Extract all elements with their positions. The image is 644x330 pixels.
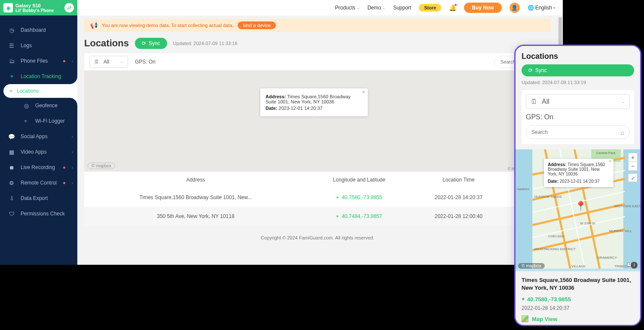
nav-video[interactable]: ▦Video Apps› [0, 144, 77, 160]
chevron-right-icon: › [72, 150, 73, 154]
buy-now-button[interactable]: Buy Now [464, 3, 501, 13]
wifi-icon: ᯤ [22, 118, 30, 124]
search-icon: ⌕ [620, 129, 624, 136]
mapview-label: Map View [532, 316, 557, 322]
pin-icon: ⌖ [336, 194, 339, 200]
map-label: CHELSEA [548, 234, 564, 238]
mobile-date-dropdown[interactable]: 🗓 All ⌄ [526, 94, 630, 109]
record-icon: ⏺ [8, 164, 15, 171]
map-label: W 37th St [580, 221, 595, 225]
chevron-down-icon: ⌄ [622, 100, 625, 104]
link-label: Products [335, 5, 355, 11]
map-label: MEATPACKING DISTRICT [534, 247, 576, 251]
store-button[interactable]: Store [419, 4, 441, 12]
notifications-icon[interactable]: 🔔 [449, 4, 456, 11]
nav-label: Dashboard [21, 27, 46, 33]
page-title: Locations [84, 38, 129, 49]
geofence-icon: ◎ [22, 103, 30, 109]
user-avatar[interactable]: 👤 [510, 3, 520, 13]
nav-locations[interactable]: ⌖Locations [3, 84, 77, 98]
mapview-icon [522, 315, 528, 322]
nav-permissions[interactable]: 🛡Permissions Check [0, 206, 77, 221]
sync-button[interactable]: ⟳Sync [135, 38, 167, 49]
nav-wifi[interactable]: ᯤWi-Fi Logger [15, 113, 77, 129]
list-icon: ☰ [8, 42, 15, 49]
pin-icon: ⌖ [522, 296, 525, 303]
fullscreen-button[interactable]: ⤢ [628, 173, 638, 182]
nav-support[interactable]: Support [393, 5, 411, 11]
chevron-right-icon: › [72, 181, 73, 185]
nav-location-tracking[interactable]: ⌖Location Tracking⌄ [0, 69, 77, 84]
chevron-down-icon: ⌄ [357, 6, 360, 10]
updated-text: Updated: 2024-07-09 11:33:19 [173, 41, 238, 46]
android-icon: ◉ [3, 3, 13, 12]
target-icon: ⌖ [8, 73, 15, 80]
table-row[interactable]: Times Square,1560 Broadway Suite 1001, N… [84, 188, 551, 207]
filter-value: All [104, 59, 109, 65]
mobile-map-popup: × Address: Times Square,1560 Broadway Su… [544, 159, 613, 187]
card-time: 2022-01-28 14:20:37 [522, 305, 634, 311]
nav-logs[interactable]: ☰Logs [0, 38, 77, 53]
close-icon[interactable]: × [362, 89, 365, 95]
mobile-sync-button[interactable]: ⟳Sync [522, 64, 634, 76]
lang-label: English [535, 5, 552, 11]
map-label: MIDTOWN EAST [614, 204, 640, 208]
nav-dashboard[interactable]: ◷Dashboard [0, 22, 77, 38]
nav-products[interactable]: Products⌄ [335, 5, 360, 11]
mapbox-logo: © mapbox [518, 263, 545, 269]
nav-label: Permissions Check [21, 211, 65, 217]
card-mapview-link[interactable]: Map View [522, 315, 634, 322]
desktop-window: ◉ Galaxy S10 Lil' Bobby's Phone ⇄ ◷Dashb… [0, 0, 563, 265]
col-time: Location Time [411, 172, 506, 188]
map-label: HUDSON YARDS [534, 195, 562, 199]
cell-time: 2022-01-28 12:00:40 [411, 207, 506, 226]
mobile-search-input[interactable] [531, 129, 620, 135]
mobile-inner: Locations ⟳Sync Updated: 2024-07-09 11:3… [516, 46, 640, 322]
date-filter-dropdown[interactable]: 🗓 All ⌄ [89, 56, 128, 68]
language-selector[interactable]: 🌐 English ▾ [528, 5, 555, 11]
filter-value: All [542, 98, 549, 106]
mobile-map[interactable]: Central Park HUDSON YARDS MIDTOWN EAST W… [516, 149, 640, 271]
filter-bar: 🗓 All ⌄ GPS: On [84, 53, 551, 70]
zoom-in-button[interactable]: + [629, 153, 637, 162]
bind-device-button[interactable]: bind a device [238, 21, 276, 29]
demo-banner: 📢 You are now viewing demo data. To star… [84, 19, 551, 32]
nav-label: Locations [17, 88, 39, 94]
nav-phone-files[interactable]: 🗂Phone Files› [0, 53, 77, 69]
cell-coord: ⌖40.7580,-73.9855 [307, 188, 411, 207]
device-text: Galaxy S10 Lil' Bobby's Phone [15, 3, 54, 13]
zoom-control: + − [628, 153, 638, 171]
locations-table: Address Longitude and Latitude Location … [84, 172, 551, 226]
chevron-down-icon: ⌄ [382, 6, 385, 10]
location-card[interactable]: Times Square,1560 Broadway Suite 1001, N… [522, 271, 634, 322]
footer-text: Copyright © 2024 FamiGuard.com. All righ… [84, 235, 551, 240]
nav-label: Live Recording [21, 164, 55, 170]
link-label: Demo [367, 5, 381, 11]
banner-text: You are now viewing demo data. To start … [102, 23, 233, 28]
date-label: Date: [266, 106, 278, 111]
map-label: GRAMERCY [597, 256, 617, 260]
calendar-icon: 🗓 [94, 59, 99, 65]
swap-device-icon[interactable]: ⇄ [64, 3, 74, 12]
nav-demo[interactable]: Demo⌄ [367, 5, 385, 11]
nav-live[interactable]: ⏺Live Recording› [0, 160, 77, 175]
addr-label: Address: [266, 94, 286, 99]
device-selector[interactable]: ◉ Galaxy S10 Lil' Bobby's Phone ⇄ [0, 0, 77, 15]
close-icon[interactable]: × [609, 159, 611, 163]
nav-label: Phone Files [21, 58, 48, 64]
mobile-search[interactable]: ⌕ [526, 125, 630, 139]
nav-export[interactable]: ⇩Data Export [0, 191, 77, 206]
chat-icon: 💬 [8, 133, 15, 140]
info-icon[interactable]: i [631, 262, 638, 269]
nav-social[interactable]: 💬Social Apps› [0, 129, 77, 144]
nav-remote[interactable]: ⚙Remote Control› [0, 175, 77, 191]
col-address: Address [84, 172, 307, 188]
zoom-out-button[interactable]: − [629, 162, 637, 170]
red-dot-icon [63, 60, 65, 62]
gps-status: GPS: On [135, 59, 156, 65]
table-row[interactable]: 350 5th Ave, New York, NY 10118 ⌖40.7484… [84, 207, 551, 226]
map-canvas[interactable]: × Address: Times Square,1560 Broadway Su… [84, 70, 551, 172]
nav-geofence[interactable]: ◎Geofence [15, 98, 77, 113]
chevron-right-icon: › [72, 165, 73, 170]
shield-icon: 🛡 [8, 211, 15, 217]
